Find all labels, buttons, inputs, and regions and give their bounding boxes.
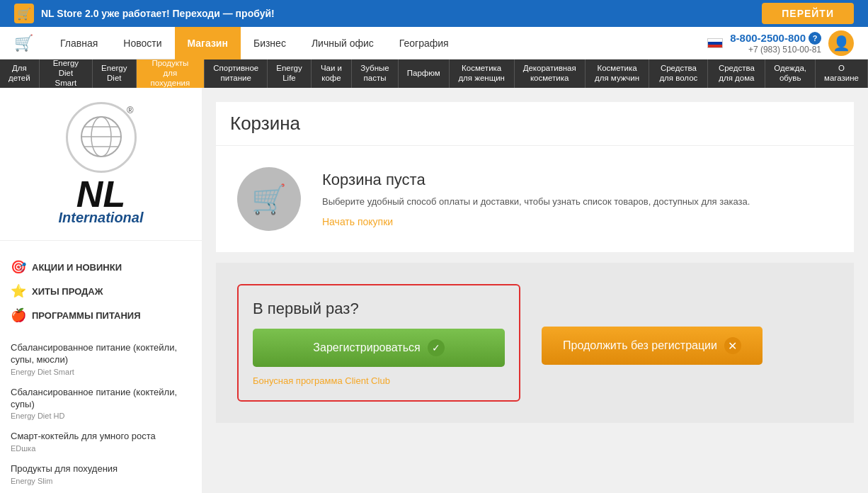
cat-item-women-cosmetics[interactable]: Косметика для женщин	[450, 60, 515, 88]
cat-item-about[interactable]: О магазине	[816, 60, 868, 88]
page-title: Корзина	[230, 113, 840, 135]
check-icon: ✓	[428, 339, 445, 356]
menu-item-4[interactable]: Продукты для похудения Energy Slim	[11, 459, 191, 492]
sidebar-logo: ® NL International	[0, 102, 202, 241]
main-layout: ® NL International 🎯 АКЦИИ И НОВИНКИ ⭐ Х…	[0, 88, 868, 493]
cat-item-weightloss[interactable]: Продукты для похудения	[137, 60, 205, 88]
registration-box: В первый раз? Зарегистрироваться ✓ Бонус…	[237, 284, 520, 402]
cat-item-tea-coffee[interactable]: Чаи и кофе	[312, 60, 353, 88]
cat-item-decorative-cosmetics[interactable]: Декоративная косметика	[515, 60, 586, 88]
reg-box-title: В первый раз?	[253, 300, 505, 318]
cat-item-energy-diet-smart[interactable]: Energy Diet Smart	[40, 60, 93, 88]
cat-item-hair-care[interactable]: Средства для волос	[649, 60, 708, 88]
cat-item-sports[interactable]: Спортивное питание	[205, 60, 268, 88]
cat-item-men-cosmetics[interactable]: Косметика для мужчин	[586, 60, 650, 88]
phone-secondary: +7 (983) 510-00-81	[730, 45, 821, 55]
cart-empty-title: Корзина пуста	[322, 171, 750, 189]
page-header: Корзина	[216, 102, 854, 146]
international-text: International	[58, 210, 143, 226]
promo-item-nutrition[interactable]: 🍎 ПРОГРАММЫ ПИТАНИЯ	[11, 303, 191, 327]
nav-item-geography[interactable]: География	[387, 27, 462, 60]
sales-icon: 🎯	[11, 259, 26, 275]
cat-item-children[interactable]: Для детей	[0, 60, 40, 88]
cart-empty-description: Выберите удобный способ оплаты и доставк…	[322, 195, 750, 209]
nav-item-shop[interactable]: Магазин	[175, 27, 241, 60]
promo-item-sales[interactable]: 🎯 АКЦИИ И НОВИНКИ	[11, 255, 191, 279]
store-icon: 🛒	[14, 4, 34, 23]
page-title-bar: Корзина	[216, 102, 854, 146]
promo-label-nutrition: ПРОГРАММЫ ПИТАНИЯ	[32, 310, 141, 321]
cat-item-toothpaste[interactable]: Зубные пасты	[352, 60, 399, 88]
go-to-store-button[interactable]: ПЕРЕЙТИ	[762, 3, 854, 24]
main-content: Корзина 🛒 Корзина пуста Выберите удобный…	[202, 88, 868, 493]
announcement-left: 🛒 NL Store 2.0 уже работает! Переходи — …	[14, 4, 275, 23]
cart-icon-symbol: 🛒	[251, 183, 287, 216]
cat-item-clothing[interactable]: Одежда, обувь	[765, 60, 816, 88]
main-navigation: 🛒 Главная Новости Магазин Бизнес Личный …	[0, 27, 868, 60]
announcement-text: NL Store 2.0 уже работает! Переходи — пр…	[41, 8, 275, 19]
cat-item-energy-diet[interactable]: Energy Diet	[93, 60, 136, 88]
promo-label-sales: АКЦИИ И НОВИНКИ	[32, 262, 122, 273]
nav-items-list: Главная Новости Магазин Бизнес Личный оф…	[47, 27, 707, 60]
cart-nav-icon[interactable]: 🛒	[14, 34, 33, 52]
cart-empty-section: 🛒 Корзина пуста Выберите удобный способ …	[216, 146, 854, 252]
russia-flag	[707, 38, 723, 48]
menu-item-2[interactable]: Сбалансированное питание (коктейли, супы…	[11, 382, 191, 427]
start-shopping-link[interactable]: Начать покупки	[322, 216, 393, 227]
cat-item-home-care[interactable]: Средства для дома	[708, 60, 765, 88]
menu-item-3[interactable]: Смарт-коктейль для умного роста EDшка	[11, 426, 191, 459]
registration-section: В первый раз? Зарегистрироваться ✓ Бонус…	[216, 263, 854, 423]
cat-item-energy-life[interactable]: Energy Life	[268, 60, 311, 88]
continue-button-label: Продолжить без регистрации	[563, 339, 717, 352]
nav-right-section: 8-800-2500-800 ? +7 (983) 510-00-81 👤	[707, 30, 854, 56]
promo-items: 🎯 АКЦИИ И НОВИНКИ ⭐ ХИТЫ ПРОДАЖ 🍎 ПРОГРА…	[0, 248, 202, 334]
registered-mark: ®	[127, 105, 134, 115]
phone-number[interactable]: 8-800-2500-800	[730, 32, 806, 44]
user-avatar[interactable]: 👤	[828, 30, 854, 56]
sidebar-menu: Сбалансированное питание (коктейли, супы…	[0, 334, 202, 493]
register-button-label: Зарегистрироваться	[313, 341, 420, 354]
nav-item-business[interactable]: Бизнес	[241, 27, 299, 60]
cat-item-perfume[interactable]: Парфюм	[399, 60, 450, 88]
cart-empty-text-block: Корзина пуста Выберите удобный способ оп…	[322, 171, 750, 227]
promo-label-hits: ХИТЫ ПРОДАЖ	[32, 286, 103, 297]
continue-without-registration-button[interactable]: Продолжить без регистрации ✕	[542, 327, 763, 365]
nl-logo-text: NL	[76, 176, 125, 212]
sidebar: ® NL International 🎯 АКЦИИ И НОВИНКИ ⭐ Х…	[0, 88, 202, 493]
nav-item-news[interactable]: Новости	[110, 27, 174, 60]
globe-icon	[80, 115, 122, 158]
help-icon[interactable]: ?	[809, 32, 821, 45]
bonus-program-link[interactable]: Бонусная программа Client Club	[253, 375, 390, 386]
nav-item-home[interactable]: Главная	[47, 27, 110, 60]
nav-item-office[interactable]: Личный офис	[299, 27, 387, 60]
menu-item-1[interactable]: Сбалансированное питание (коктейли, супы…	[11, 338, 191, 382]
promo-item-hits[interactable]: ⭐ ХИТЫ ПРОДАЖ	[11, 279, 191, 303]
phone-block: 8-800-2500-800 ? +7 (983) 510-00-81	[730, 32, 821, 55]
cart-empty-icon: 🛒	[237, 167, 301, 231]
category-navigation: Для детей Energy Diet Smart Energy Diet …	[0, 60, 868, 88]
register-button[interactable]: Зарегистрироваться ✓	[253, 329, 505, 367]
hits-icon: ⭐	[11, 283, 26, 299]
x-icon: ✕	[724, 337, 741, 354]
nutrition-icon: 🍎	[11, 307, 26, 323]
top-announcement-bar: 🛒 NL Store 2.0 уже работает! Переходи — …	[0, 0, 868, 27]
